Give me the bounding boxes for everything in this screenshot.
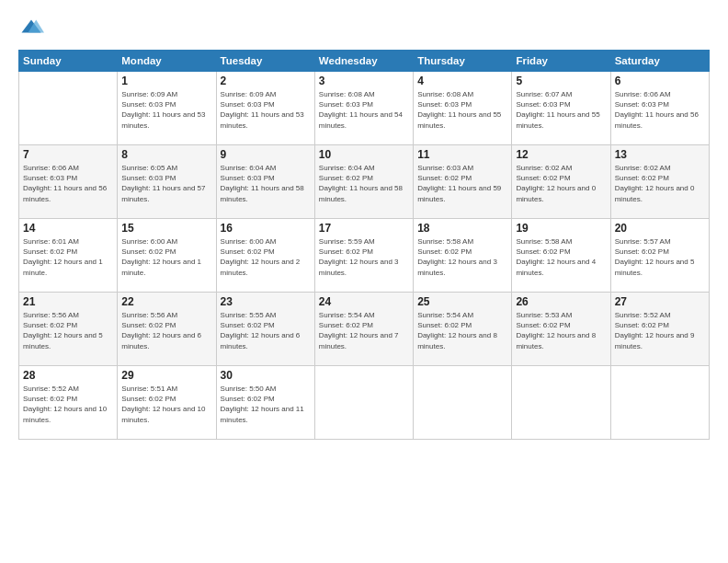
calendar-cell: 26Sunrise: 5:53 AMSunset: 6:02 PMDayligh… [512,293,610,366]
logo-icon [18,17,44,42]
day-number: 6 [615,75,705,87]
week-row-5: 28Sunrise: 5:52 AMSunset: 6:02 PMDayligh… [19,366,710,440]
col-header-tuesday: Tuesday [216,51,314,72]
day-number: 2 [221,75,311,87]
calendar-cell: 30Sunrise: 5:50 AMSunset: 6:02 PMDayligh… [216,366,314,440]
day-number: 24 [319,295,409,308]
cell-info: Sunrise: 5:57 AMSunset: 6:02 PMDaylight:… [615,236,705,278]
week-row-2: 7Sunrise: 6:06 AMSunset: 6:03 PMDaylight… [19,145,710,219]
calendar-cell: 24Sunrise: 5:54 AMSunset: 6:02 PMDayligh… [314,293,413,366]
cell-info: Sunrise: 5:58 AMSunset: 6:02 PMDaylight:… [516,236,606,278]
calendar-cell: 5Sunrise: 6:07 AMSunset: 6:03 PMDaylight… [512,72,610,145]
day-number: 13 [615,148,705,161]
cell-info: Sunrise: 5:59 AMSunset: 6:02 PMDaylight:… [319,236,409,278]
cell-info: Sunrise: 5:54 AMSunset: 6:02 PMDaylight:… [319,310,409,351]
col-header-monday: Monday [118,51,216,72]
day-number: 30 [221,369,311,382]
calendar-cell: 13Sunrise: 6:02 AMSunset: 6:02 PMDayligh… [610,145,709,219]
calendar-cell [610,366,709,440]
calendar-cell: 16Sunrise: 6:00 AMSunset: 6:02 PMDayligh… [216,219,314,293]
cell-info: Sunrise: 5:51 AMSunset: 6:02 PMDaylight:… [121,384,211,425]
day-number: 11 [417,148,507,161]
cell-info: Sunrise: 6:05 AMSunset: 6:03 PMDaylight:… [121,163,211,204]
calendar-cell: 2Sunrise: 6:09 AMSunset: 6:03 PMDaylight… [216,72,314,145]
cell-info: Sunrise: 6:08 AMSunset: 6:03 PMDaylight:… [319,89,409,131]
header [18,17,710,42]
calendar-table: SundayMondayTuesdayWednesdayThursdayFrid… [18,50,710,440]
week-row-4: 21Sunrise: 5:56 AMSunset: 6:02 PMDayligh… [19,293,710,366]
calendar-cell: 7Sunrise: 6:06 AMSunset: 6:03 PMDaylight… [19,145,118,219]
cell-info: Sunrise: 6:01 AMSunset: 6:02 PMDaylight:… [23,236,113,278]
day-number: 16 [221,222,311,235]
cell-info: Sunrise: 6:08 AMSunset: 6:03 PMDaylight:… [417,89,507,131]
calendar-cell [19,72,118,145]
calendar-cell: 14Sunrise: 6:01 AMSunset: 6:02 PMDayligh… [19,219,118,293]
calendar-cell: 17Sunrise: 5:59 AMSunset: 6:02 PMDayligh… [314,219,413,293]
cell-info: Sunrise: 5:56 AMSunset: 6:02 PMDaylight:… [121,310,211,351]
calendar-cell: 21Sunrise: 5:56 AMSunset: 6:02 PMDayligh… [19,293,118,366]
calendar-cell: 20Sunrise: 5:57 AMSunset: 6:02 PMDayligh… [610,219,709,293]
cell-info: Sunrise: 5:50 AMSunset: 6:02 PMDaylight:… [221,384,311,425]
day-number: 8 [121,148,211,161]
col-header-friday: Friday [512,51,610,72]
calendar-cell: 9Sunrise: 6:04 AMSunset: 6:03 PMDaylight… [216,145,314,219]
day-number: 26 [516,295,606,308]
day-number: 3 [319,75,409,87]
cell-info: Sunrise: 6:07 AMSunset: 6:03 PMDaylight:… [516,89,606,131]
cell-info: Sunrise: 5:58 AMSunset: 6:02 PMDaylight:… [417,236,507,278]
cell-info: Sunrise: 6:03 AMSunset: 6:02 PMDaylight:… [417,163,507,204]
day-number: 20 [615,222,705,235]
calendar-cell: 28Sunrise: 5:52 AMSunset: 6:02 PMDayligh… [19,366,118,440]
calendar-cell: 15Sunrise: 6:00 AMSunset: 6:02 PMDayligh… [118,219,216,293]
cell-info: Sunrise: 6:04 AMSunset: 6:02 PMDaylight:… [319,163,409,204]
col-header-saturday: Saturday [610,51,709,72]
calendar-cell: 29Sunrise: 5:51 AMSunset: 6:02 PMDayligh… [118,366,216,440]
day-number: 19 [516,222,606,235]
day-number: 9 [221,148,311,161]
day-number: 23 [221,295,311,308]
calendar-cell [414,366,512,440]
calendar-cell: 27Sunrise: 5:52 AMSunset: 6:02 PMDayligh… [610,293,709,366]
calendar-cell: 1Sunrise: 6:09 AMSunset: 6:03 PMDaylight… [118,72,216,145]
cell-info: Sunrise: 6:06 AMSunset: 6:03 PMDaylight:… [615,89,705,131]
day-number: 1 [121,75,211,87]
cell-info: Sunrise: 5:56 AMSunset: 6:02 PMDaylight:… [23,310,113,351]
calendar-cell [314,366,413,440]
cell-info: Sunrise: 6:02 AMSunset: 6:02 PMDaylight:… [516,163,606,204]
day-number: 25 [417,295,507,308]
calendar-cell: 6Sunrise: 6:06 AMSunset: 6:03 PMDaylight… [610,72,709,145]
calendar-cell: 4Sunrise: 6:08 AMSunset: 6:03 PMDaylight… [414,72,512,145]
day-number: 7 [23,148,113,161]
day-number: 28 [23,369,113,382]
day-number: 21 [23,295,113,308]
calendar-cell: 12Sunrise: 6:02 AMSunset: 6:02 PMDayligh… [512,145,610,219]
calendar-cell: 18Sunrise: 5:58 AMSunset: 6:02 PMDayligh… [414,219,512,293]
cell-info: Sunrise: 6:09 AMSunset: 6:03 PMDaylight:… [121,89,211,131]
cell-info: Sunrise: 5:54 AMSunset: 6:02 PMDaylight:… [417,310,507,351]
day-number: 27 [615,295,705,308]
cell-info: Sunrise: 6:00 AMSunset: 6:02 PMDaylight:… [221,236,311,278]
logo [18,17,48,42]
calendar-cell: 25Sunrise: 5:54 AMSunset: 6:02 PMDayligh… [414,293,512,366]
cell-info: Sunrise: 6:00 AMSunset: 6:02 PMDaylight:… [121,236,211,278]
day-number: 14 [23,222,113,235]
col-header-sunday: Sunday [19,51,118,72]
day-number: 15 [121,222,211,235]
cell-info: Sunrise: 6:06 AMSunset: 6:03 PMDaylight:… [23,163,113,204]
calendar-cell: 10Sunrise: 6:04 AMSunset: 6:02 PMDayligh… [314,145,413,219]
week-row-1: 1Sunrise: 6:09 AMSunset: 6:03 PMDaylight… [19,72,710,145]
calendar-cell: 3Sunrise: 6:08 AMSunset: 6:03 PMDaylight… [314,72,413,145]
calendar-cell: 8Sunrise: 6:05 AMSunset: 6:03 PMDaylight… [118,145,216,219]
calendar-cell: 11Sunrise: 6:03 AMSunset: 6:02 PMDayligh… [414,145,512,219]
day-number: 18 [417,222,507,235]
cell-info: Sunrise: 5:52 AMSunset: 6:02 PMDaylight:… [615,310,705,351]
day-number: 29 [121,369,211,382]
cell-info: Sunrise: 5:53 AMSunset: 6:02 PMDaylight:… [516,310,606,351]
calendar-cell: 19Sunrise: 5:58 AMSunset: 6:02 PMDayligh… [512,219,610,293]
day-number: 5 [516,75,606,87]
cell-info: Sunrise: 5:52 AMSunset: 6:02 PMDaylight:… [23,384,113,425]
week-row-3: 14Sunrise: 6:01 AMSunset: 6:02 PMDayligh… [19,219,710,293]
calendar-cell: 23Sunrise: 5:55 AMSunset: 6:02 PMDayligh… [216,293,314,366]
calendar-cell [512,366,610,440]
page: SundayMondayTuesdayWednesdayThursdayFrid… [0,0,728,563]
